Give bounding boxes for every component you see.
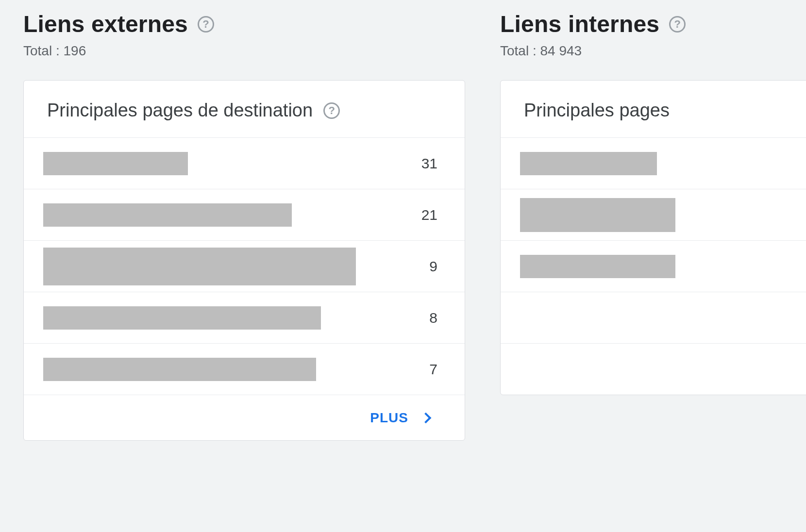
- internal-links-total: Total : 84 943: [500, 43, 806, 59]
- table-row[interactable]: 9: [24, 240, 465, 292]
- external-top-pages-card: Principales pages de destination ? 31 21…: [23, 80, 465, 441]
- redacted-url: [43, 248, 356, 285]
- internal-links-title: Liens internes: [500, 11, 659, 37]
- card-title: Principales pages: [524, 100, 670, 121]
- internal-top-pages-card: Principales pages: [500, 80, 806, 395]
- table-row[interactable]: [501, 137, 806, 189]
- redacted-url: [43, 203, 292, 227]
- more-label: PLUS: [370, 410, 408, 426]
- redacted-url: [43, 152, 188, 175]
- table-row[interactable]: [501, 343, 806, 395]
- help-icon[interactable]: ?: [323, 102, 340, 119]
- external-links-total: Total : 196: [23, 43, 465, 59]
- link-count: 31: [421, 155, 437, 172]
- redacted-url: [520, 198, 675, 232]
- external-links-title: Liens externes: [23, 11, 188, 37]
- chevron-right-icon: [420, 412, 432, 423]
- help-icon[interactable]: ?: [198, 16, 214, 33]
- external-links-section: Liens externes ? Total : 196 Principales…: [23, 11, 465, 441]
- table-row[interactable]: [501, 189, 806, 240]
- redacted-url: [43, 358, 316, 381]
- link-count: 7: [429, 361, 437, 378]
- link-count: 21: [421, 207, 437, 223]
- redacted-url: [520, 152, 657, 175]
- internal-links-section: Liens internes ? Total : 84 943 Principa…: [500, 11, 806, 441]
- table-row[interactable]: 8: [24, 292, 465, 343]
- table-row[interactable]: 31: [24, 137, 465, 189]
- link-count: 9: [429, 258, 437, 275]
- table-row[interactable]: [501, 240, 806, 292]
- help-icon[interactable]: ?: [669, 16, 686, 33]
- table-row[interactable]: [501, 292, 806, 343]
- more-button[interactable]: PLUS: [24, 395, 465, 440]
- table-row[interactable]: 21: [24, 189, 465, 240]
- redacted-url: [520, 255, 675, 278]
- redacted-url: [43, 306, 321, 330]
- card-title: Principales pages de destination: [47, 100, 313, 121]
- table-row[interactable]: 7: [24, 343, 465, 395]
- link-count: 8: [429, 310, 437, 326]
